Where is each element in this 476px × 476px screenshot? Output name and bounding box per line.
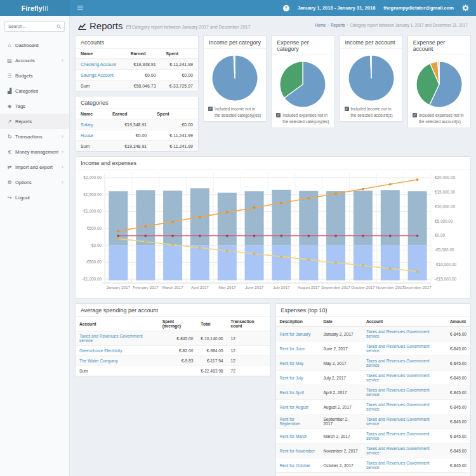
search-button[interactable] <box>54 21 65 32</box>
chevron-left-icon: ‹ <box>62 134 63 140</box>
right-axis-tick-label: -€15,000.00 <box>435 277 457 281</box>
sidebar-item-categories[interactable]: ▟Categories <box>0 83 69 98</box>
count-cell: 12 <box>227 346 270 356</box>
sidebar-item-budgets[interactable]: ☰Budgets <box>0 68 69 83</box>
sidebar-item-import-and-export[interactable]: ⇄Import and export‹ <box>0 159 69 175</box>
sum-row: Sum€58,046.73€-33,725.97 <box>76 81 198 91</box>
amount-cell: €58,046.73 <box>126 81 161 91</box>
sidebar-item-money-management[interactable]: €Money management‹ <box>0 144 69 159</box>
sum-label: Sum <box>76 366 159 376</box>
transaction-link[interactable]: Rent for July <box>280 376 303 380</box>
point-sum-of-expenses <box>307 258 310 261</box>
account-link[interactable]: Taxes and Revenues Government service <box>366 417 430 426</box>
account-link[interactable]: Checking Account <box>81 62 116 67</box>
column-header: Amount <box>446 317 470 327</box>
bottom-row: Average spending per account AccountSpen… <box>75 303 471 476</box>
transaction-link[interactable]: Rent for October <box>280 463 311 468</box>
checkbox-checked-icon[interactable]: ✓ <box>345 107 349 111</box>
checkbox-checked-icon[interactable]: ✓ <box>276 113 281 117</box>
right-axis-tick-label: €5,000.00 <box>435 219 453 223</box>
account-link[interactable]: Taxes and Revenues Government service <box>366 359 430 367</box>
dashboard-icon: ⌂ <box>6 43 13 48</box>
account-link[interactable]: The Water Company <box>79 359 118 363</box>
sidebar-item-dashboard[interactable]: ⌂Dashboard <box>0 37 69 53</box>
point-sum-of-income <box>171 220 174 223</box>
sidebar-item-logout[interactable]: ↪Logout <box>0 190 69 205</box>
point-net <box>199 235 201 237</box>
income-expenses-panel: Income and expenses €2,000.00€1,500.00€1… <box>75 156 471 299</box>
bar-expenses <box>408 246 427 281</box>
amount-cell: €-845.00 <box>446 458 470 473</box>
settings-gear-icon[interactable] <box>462 4 469 11</box>
amount-cell: €-845.00 <box>159 331 197 346</box>
transaction-link[interactable]: Rent for August <box>280 405 308 409</box>
point-sum-of-income <box>117 230 120 232</box>
help-icon[interactable]: ? <box>283 5 289 11</box>
amount-cell: €-845.00 <box>446 356 470 371</box>
transaction-link[interactable]: Rent for March <box>280 434 308 439</box>
transaction-link[interactable]: Rent for June <box>280 347 305 351</box>
account-link[interactable]: Taxes and Revenues Government service <box>79 334 143 343</box>
account-link[interactable]: Taxes and Revenues Government service <box>366 329 430 338</box>
amount-cell: €-845.00 <box>446 444 470 458</box>
account-link[interactable]: Taxes and Revenues Government service <box>366 402 430 411</box>
x-axis-label: July 2017 <box>273 285 290 289</box>
category-link[interactable]: House <box>81 133 93 138</box>
transaction-link[interactable]: Rent for April <box>280 390 304 395</box>
sidebar-item-transactions[interactable]: ↻Transactions‹ <box>0 129 69 144</box>
account-link[interactable]: Greenchoice Electricity <box>79 348 122 353</box>
sidebar-item-accounts[interactable]: ▤Accounts‹ <box>0 53 69 68</box>
column-header: Account <box>362 317 446 327</box>
brand-logo[interactable]: FireflyIII <box>0 0 70 16</box>
date-range-link[interactable]: January 1, 2018 - January 31, 2018 <box>298 5 376 11</box>
x-axis-label: December 2017 <box>404 285 432 289</box>
checkbox-checked-icon[interactable]: ✓ <box>413 113 417 117</box>
account-link[interactable]: Taxes and Revenues Government service <box>366 373 430 382</box>
point-sum-of-income <box>144 225 147 228</box>
point-sum-of-expenses <box>362 265 364 267</box>
point-sum-of-expenses <box>117 237 120 240</box>
hamburger-menu-icon[interactable] <box>70 0 90 16</box>
transaction-link[interactable]: Rent for May <box>280 361 304 366</box>
account-link[interactable]: Taxes and Revenues Government service <box>366 446 430 455</box>
table-row: Rent for NovemberNovember 2, 2017Taxes a… <box>276 444 471 458</box>
sidebar-item-tags[interactable]: ◈Tags <box>0 98 69 114</box>
point-net <box>144 235 147 237</box>
account-link[interactable]: Taxes and Revenues Government service <box>366 461 430 470</box>
content-area: Reports Category report between January … <box>70 16 476 476</box>
transaction-link[interactable]: Rent for September <box>280 417 300 426</box>
checkbox-checked-icon[interactable]: ✓ <box>208 107 213 111</box>
account-link[interactable]: Taxes and Revenues Government service <box>366 388 430 397</box>
sidebar-item-reports[interactable]: ↗Reports <box>0 114 69 129</box>
account-link[interactable]: Savings Account <box>81 73 114 77</box>
account-link[interactable]: Taxes and Revenues Government service <box>366 344 430 353</box>
count-cell: 12 <box>227 331 270 346</box>
transaction-link[interactable]: Rent for November <box>280 449 315 453</box>
account-link[interactable]: Taxes and Revenues Government service <box>366 432 430 440</box>
breadcrumb-link[interactable]: Home <box>315 23 326 27</box>
x-axis-label: November 2017 <box>376 285 405 289</box>
pie-panel-title: Income per category <box>204 36 266 49</box>
expenses-top10-panel: Expenses (top 10) DescriptionDateAccount… <box>275 303 472 476</box>
point-sum-of-income <box>253 206 256 209</box>
column-header: Name <box>76 109 107 119</box>
pie-chart <box>414 60 464 109</box>
x-axis-label: August 2017 <box>298 285 320 289</box>
sidebar-item-options[interactable]: ⚙Options‹ <box>0 175 69 190</box>
breadcrumb-link[interactable]: Reports <box>331 23 345 27</box>
category-link[interactable]: Salary <box>81 122 93 127</box>
bar-line-chart: €2,000.00€1,500.00€1,000.00€500.00€0.00-… <box>78 171 464 294</box>
pie-checkbox-row: ✓Included income not in the selected acc… <box>340 103 402 121</box>
user-email-link[interactable]: thegrumpydictator@gmail.com <box>383 5 454 11</box>
search-input[interactable] <box>4 21 54 32</box>
amount-cell: €19,348.91 <box>107 119 152 130</box>
table-row: Rent for JanuaryJanuary 2, 2017Taxes and… <box>276 327 471 341</box>
right-axis-tick-label: -€5,000.00 <box>435 248 454 252</box>
categories-table: NameEarnedSpentSalary€19,348.91€0.00Hous… <box>76 109 198 151</box>
amount-cell: €-845.00 <box>446 400 470 414</box>
breadcrumb: Home›Reports›Category report between Jan… <box>315 23 468 27</box>
transaction-link[interactable]: Rent for January <box>280 332 311 336</box>
point-sum-of-expenses <box>281 256 283 258</box>
line-chart-icon: ↗ <box>6 119 13 124</box>
amount-cell: €-845.00 <box>446 327 470 341</box>
